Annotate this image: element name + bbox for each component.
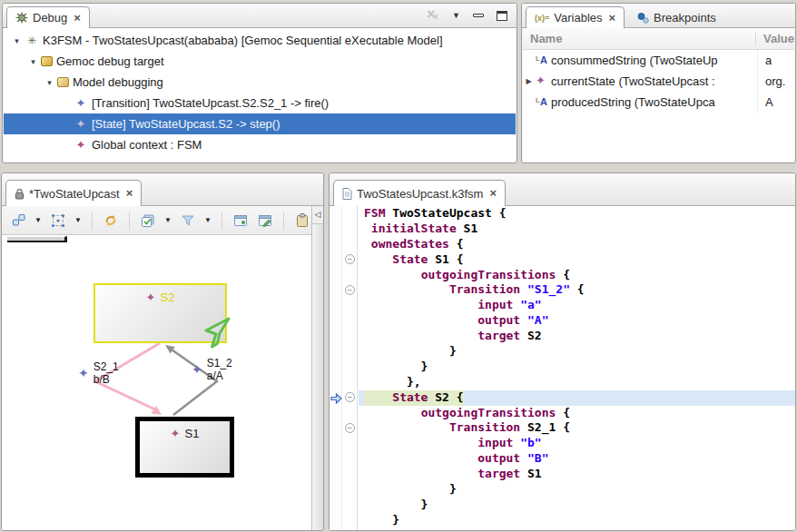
code-line[interactable]: outgoingTransitions { xyxy=(359,268,795,283)
paste-layout-icon[interactable] xyxy=(293,211,311,231)
code-line[interactable]: target S1 xyxy=(359,467,795,482)
code-line[interactable]: output "B" xyxy=(359,451,795,467)
keyword-token: output xyxy=(477,313,520,327)
fold-collapse-icon[interactable]: − xyxy=(345,423,355,433)
refresh-icon[interactable] xyxy=(102,211,120,231)
debug-tree-item[interactable]: Global context : FSM xyxy=(4,134,516,155)
expander-icon[interactable]: ▶ xyxy=(523,77,535,85)
fold-collapse-icon[interactable]: − xyxy=(345,254,355,264)
close-icon[interactable]: × xyxy=(489,189,497,198)
debug-tree-item[interactable]: ▾Model debugging xyxy=(4,72,516,93)
string-token: "S1_2" xyxy=(527,282,570,296)
code-editor: TwoStatesUpcast.k3fsm × −−−− FSM TwoStat… xyxy=(329,172,796,531)
debug-tree-item[interactable]: [State] TwoStateUpcast.S2 -> step() xyxy=(4,113,516,134)
plain-token xyxy=(364,406,421,419)
code-lines[interactable]: FSM TwoStateUpcast { initialState S1 own… xyxy=(359,206,795,530)
variable-row[interactable]: consummedString (TwoStateUpa xyxy=(523,50,794,71)
filters-dropdown-icon[interactable]: ▼ xyxy=(203,216,212,224)
close-icon[interactable]: × xyxy=(126,189,133,198)
tab-debug[interactable]: Debug × xyxy=(6,6,90,28)
variables-table-header[interactable]: Name Value xyxy=(523,28,794,50)
edit-window-icon[interactable] xyxy=(256,211,274,231)
layout-dropdown-icon[interactable]: ▼ xyxy=(34,216,43,224)
code-line-text: output "A" xyxy=(364,313,549,329)
expander-icon[interactable]: ▾ xyxy=(9,36,25,45)
code-line[interactable]: ownedStates { xyxy=(359,237,795,252)
debug-view-controls: ▼ xyxy=(425,9,517,27)
debug-tree-item[interactable]: ▾Gemoc debug target xyxy=(4,51,516,72)
plain-token: } xyxy=(364,344,457,358)
code-line[interactable]: initialState S1 xyxy=(359,222,795,237)
variable-row[interactable]: ▶currentState (TwoStateUpcast :org. xyxy=(523,71,794,92)
layers-dropdown-icon[interactable]: ▼ xyxy=(163,216,172,224)
code-line[interactable]: output "A" xyxy=(359,313,795,329)
close-icon[interactable]: × xyxy=(609,14,616,23)
transition-label-s2-1[interactable]: ✦ S2_1 b/B xyxy=(78,360,119,386)
fold-collapse-icon[interactable]: − xyxy=(345,392,355,402)
layers-icon[interactable] xyxy=(139,211,157,231)
toolbar-separator xyxy=(129,212,130,230)
code-line[interactable]: } xyxy=(359,360,795,375)
code-line[interactable]: } xyxy=(359,482,795,498)
maximize-icon[interactable] xyxy=(497,11,507,21)
column-header-name[interactable]: Name xyxy=(523,32,756,45)
plain-token: } xyxy=(364,513,399,527)
tab-diagram[interactable]: *TwoStateUpcast × xyxy=(5,180,142,206)
diagram-canvas[interactable]: ✦ S2 ✦ S1 ✦ S2_1 b/B ✦ S1_2 a/A xyxy=(2,235,311,530)
debug-tree[interactable]: ▾K3FSM - TwoStatesUpcast(abababa) [Gemoc… xyxy=(4,28,516,162)
state-node-s2[interactable]: ✦ S2 xyxy=(93,283,227,343)
tab-breakpoints[interactable]: Breakpoints xyxy=(628,6,725,28)
column-header-value[interactable]: Value xyxy=(756,32,794,45)
debug-tree-item[interactable]: ▾K3FSM - TwoStatesUpcast(abababa) [Gemoc… xyxy=(4,30,516,51)
code-line[interactable]: input "a" xyxy=(359,298,795,313)
code-line[interactable]: State S1 { xyxy=(359,252,795,268)
tab-code[interactable]: TwoStatesUpcast.k3fsm × xyxy=(333,180,506,206)
close-icon[interactable]: × xyxy=(74,14,81,23)
state-name: S1 xyxy=(185,427,200,440)
minimize-icon[interactable] xyxy=(473,14,484,17)
code-line[interactable]: target S2 xyxy=(359,329,795,344)
transition-name: S1_2 xyxy=(207,357,232,369)
remove-terminated-icon[interactable] xyxy=(425,9,439,22)
code-line-text: input "a" xyxy=(364,298,542,313)
fold-column[interactable]: −−−− xyxy=(343,206,358,530)
selection-mode-icon[interactable] xyxy=(49,211,67,231)
code-editor-area: −−−− FSM TwoStateUpcast { initialState S… xyxy=(330,206,795,530)
annotation-ruler[interactable] xyxy=(330,206,342,530)
selection-dropdown-icon[interactable]: ▼ xyxy=(74,216,83,224)
code-line[interactable]: Transition "S1_2" { xyxy=(359,282,795,298)
code-line[interactable]: } xyxy=(359,498,795,513)
code-line[interactable]: } xyxy=(359,513,795,528)
variable-name-cell: consummedString (TwoStateUp xyxy=(523,50,758,71)
plain-token: S2 xyxy=(520,329,541,342)
filters-icon[interactable] xyxy=(179,211,197,231)
diamond-purple-icon xyxy=(535,75,548,87)
string-token: "b" xyxy=(520,436,541,449)
plain-token: { xyxy=(556,268,570,281)
expander-icon[interactable]: ▾ xyxy=(42,78,57,87)
code-line[interactable]: Transition S2_1 { xyxy=(359,420,795,436)
expander-icon[interactable]: ▾ xyxy=(25,57,41,66)
code-line[interactable]: } xyxy=(359,344,795,360)
transition-edges xyxy=(2,235,313,531)
code-line-text: ownedStates { xyxy=(364,237,464,252)
code-line[interactable]: }, xyxy=(359,375,795,390)
code-line[interactable]: input "b" xyxy=(359,436,795,451)
transition-label-s1-2[interactable]: ✦ S1_2 a/A xyxy=(192,357,232,382)
palette-collapse-icon[interactable]: ◁ xyxy=(312,206,323,224)
fold-collapse-icon[interactable]: − xyxy=(345,285,355,295)
plain-token xyxy=(364,451,477,465)
code-line[interactable]: State S2 { xyxy=(359,390,795,406)
variable-row[interactable]: producedString (TwoStateUpcaA xyxy=(523,92,794,113)
debug-tree-item[interactable]: [Transition] TwoStateUpcast.S2.S2_1 -> f… xyxy=(4,93,516,113)
keyword-token: FSM xyxy=(364,206,385,220)
view-menu-icon[interactable]: ▼ xyxy=(452,11,460,20)
show-window-icon[interactable] xyxy=(231,211,250,231)
code-line[interactable]: outgoingTransitions { xyxy=(359,406,795,421)
layout-icon[interactable] xyxy=(9,211,27,231)
tab-variables[interactable]: (x)= Variables × xyxy=(526,6,625,28)
tab-debug-label: Debug xyxy=(33,11,67,25)
tab-variables-label: Variables xyxy=(554,11,602,25)
code-line[interactable]: FSM TwoStateUpcast { xyxy=(359,206,795,222)
state-node-s1[interactable]: ✦ S1 xyxy=(135,417,234,478)
